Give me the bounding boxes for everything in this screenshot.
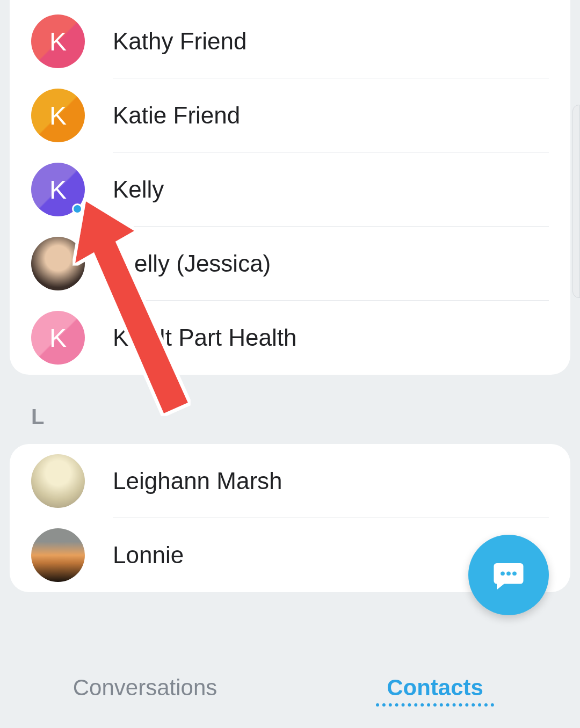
svg-point-1 <box>506 571 511 576</box>
contact-name: Lonnie <box>113 542 184 569</box>
avatar-photo <box>31 237 85 290</box>
online-status-dot <box>72 203 83 214</box>
contact-name: Kathy Friend <box>113 28 247 55</box>
contact-name: Leighann Marsh <box>113 468 282 494</box>
scroll-indicator[interactable] <box>572 105 580 298</box>
svg-point-0 <box>501 571 505 576</box>
contact-row[interactable]: K Kelly <box>10 152 570 227</box>
tab-contacts[interactable]: Contacts <box>290 647 580 728</box>
bottom-tabbar: Conversations Contacts <box>0 647 580 728</box>
svg-point-2 <box>512 571 517 576</box>
avatar-letter: K <box>31 89 85 142</box>
avatar-initial: K <box>49 101 67 130</box>
contact-name: Kelly <box>113 176 164 203</box>
contact-row[interactable]: K Katie Friend <box>10 78 570 152</box>
contact-name-wrap: Ku Ut Part Health <box>113 301 549 375</box>
contacts-section-k: K Kathy Friend K Katie Friend K Kelly el… <box>10 0 570 375</box>
avatar-initial: K <box>49 175 67 205</box>
tab-label: Contacts <box>387 675 483 701</box>
chat-bubble-icon <box>491 557 526 593</box>
new-message-fab[interactable] <box>468 535 549 615</box>
avatar-letter: K <box>31 311 85 365</box>
contact-row[interactable]: elly (Jessica) <box>10 227 570 301</box>
contact-name-wrap: Kelly <box>113 152 549 227</box>
contact-name-wrap: Leighann Marsh <box>113 444 549 518</box>
avatar-letter: K <box>31 163 85 216</box>
avatar-initial: K <box>49 323 67 353</box>
contact-row[interactable]: K Kathy Friend <box>10 4 570 78</box>
tab-conversations[interactable]: Conversations <box>0 647 290 728</box>
tab-label: Conversations <box>73 675 217 701</box>
avatar-photo <box>31 454 85 508</box>
contact-name-wrap: Kathy Friend <box>113 4 549 78</box>
contact-row[interactable]: K Ku Ut Part Health <box>10 301 570 375</box>
avatar-initial: K <box>49 27 67 56</box>
section-header-l: L <box>0 384 580 444</box>
contact-name-wrap: Katie Friend <box>113 78 549 152</box>
contact-name: elly (Jessica) <box>134 250 271 277</box>
contact-name: Ku Ut Part Health <box>113 324 296 351</box>
contact-row[interactable]: Leighann Marsh <box>10 444 570 518</box>
avatar-letter: K <box>31 14 85 68</box>
contact-name-wrap: elly (Jessica) <box>113 227 549 301</box>
contact-name: Katie Friend <box>113 102 240 129</box>
avatar-photo <box>31 528 85 582</box>
